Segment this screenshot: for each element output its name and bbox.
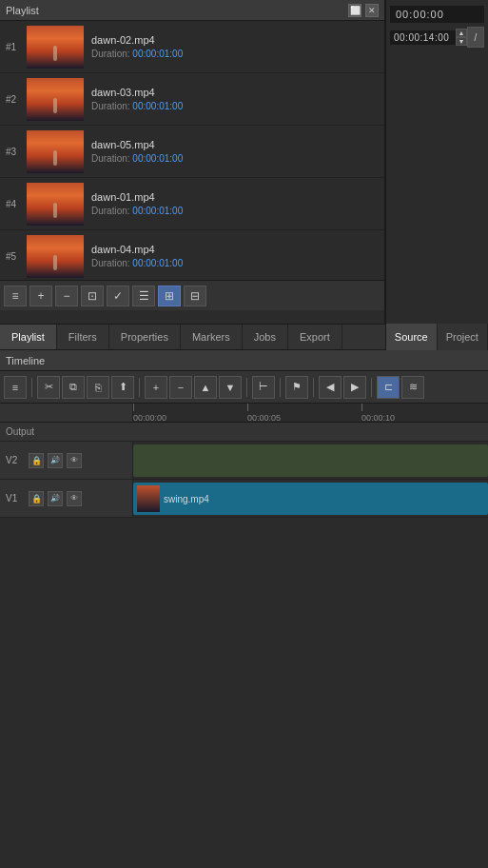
timecode-row-2: 00:00:14:00 ▲ ▼ / <box>390 27 484 48</box>
item-thumbnail <box>27 130 84 173</box>
playlist-item[interactable]: #4 dawn-01.mp4 Duration: 00:00:01:00 <box>0 178 384 230</box>
item-number: #5 <box>6 251 27 262</box>
item-thumbnail <box>27 78 84 121</box>
spin-down[interactable]: ▼ <box>456 37 467 46</box>
tl-lift-btn[interactable]: ⬆ <box>111 376 134 399</box>
ruler-mark: 00:00:00 <box>133 404 166 422</box>
item-number: #3 <box>6 147 27 157</box>
tl-ripple-btn[interactable]: ≋ <box>401 376 424 399</box>
duration-value: 00:00:01:00 <box>132 258 183 268</box>
details-btn[interactable]: ☰ <box>132 286 155 306</box>
playlist-panel: Playlist ⬜ ✕ #1 dawn-02.mp4 Duration: 00… <box>0 0 385 324</box>
timecode-display-1: 00:00:00 <box>390 6 484 23</box>
item-number: #2 <box>6 94 27 105</box>
track-v2-content <box>133 442 488 479</box>
track-v1-label: V1 <box>6 493 25 503</box>
separator-2 <box>139 378 140 397</box>
playlist-header: Playlist ⬜ ✕ <box>0 0 384 21</box>
track-v1-mute[interactable]: 🔊 <box>48 491 63 506</box>
item-duration: Duration: 00:00:01:00 <box>91 258 379 268</box>
timecode-separator-btn[interactable]: / <box>467 27 484 48</box>
duration-value: 00:00:01:00 <box>132 206 183 216</box>
item-duration: Duration: 00:00:01:00 <box>91 206 379 216</box>
tl-cut-btn[interactable]: ✂ <box>37 376 60 399</box>
tab-export[interactable]: Export <box>288 325 342 349</box>
tl-menu-btn[interactable]: ≡ <box>4 376 27 399</box>
item-thumbnail <box>27 235 84 278</box>
tab-filters[interactable]: Filters <box>57 325 109 349</box>
tab-playlist[interactable]: Playlist <box>0 325 57 349</box>
track-v2-lock[interactable]: 🔒 <box>29 453 44 468</box>
spin-up[interactable]: ▲ <box>456 29 467 37</box>
track-v2-eye[interactable]: 👁 <box>67 453 82 468</box>
tab-markers[interactable]: Markers <box>181 325 243 349</box>
track-v2-mute[interactable]: 🔊 <box>48 453 63 468</box>
tl-remove-btn[interactable]: − <box>169 376 192 399</box>
timeline-header: Timeline <box>0 350 488 371</box>
ruler-mark: 00:00:05 <box>247 404 281 422</box>
ruler-tick <box>247 404 248 411</box>
item-info: dawn-01.mp4 Duration: 00:00:01:00 <box>84 191 379 216</box>
playlist-list: #1 dawn-02.mp4 Duration: 00:00:01:00 #2 … <box>0 21 384 280</box>
tab-source[interactable]: Source <box>386 324 438 350</box>
tab-jobs[interactable]: Jobs <box>243 325 288 349</box>
ruler-label: 00:00:05 <box>247 413 281 422</box>
tl-up-btn[interactable]: ▲ <box>194 376 217 399</box>
ruler-label: 00:00:00 <box>133 413 166 422</box>
item-thumbnail <box>27 183 84 226</box>
playlist-item[interactable]: #2 dawn-03.mp4 Duration: 00:00:01:00 <box>0 73 384 126</box>
track-v1-content[interactable]: swing.mp4 <box>133 480 488 517</box>
output-text: Output <box>6 426 34 437</box>
ruler-tick <box>133 404 134 411</box>
tab-properties[interactable]: Properties <box>109 325 181 349</box>
list-view-btn[interactable]: ⊞ <box>158 286 181 306</box>
time-ruler-bar: 00:00:0000:00:0500:00:10 <box>133 404 488 422</box>
tab-project[interactable]: Project <box>438 324 489 350</box>
open-btn[interactable]: ⊡ <box>81 286 104 306</box>
separator-5 <box>313 378 314 397</box>
track-v1-eye[interactable]: 👁 <box>67 491 82 506</box>
remove-btn[interactable]: − <box>55 286 78 306</box>
clip-name: swing.mp4 <box>164 494 209 504</box>
header-controls: ⬜ ✕ <box>348 4 379 17</box>
tl-flag-btn[interactable]: ⚑ <box>285 376 308 399</box>
clip-v2-empty <box>133 444 488 477</box>
playlist-item[interactable]: #3 dawn-05.mp4 Duration: 00:00:01:00 <box>0 126 384 178</box>
grid-view-btn[interactable]: ⊟ <box>184 286 206 306</box>
item-duration: Duration: 00:00:01:00 <box>91 101 379 111</box>
tl-magnet-btn[interactable]: ⊏ <box>377 376 400 399</box>
ruler-mark: 00:00:10 <box>361 404 395 422</box>
playlist-title: Playlist <box>6 5 39 16</box>
duration-value: 00:00:01:00 <box>132 101 183 111</box>
playlist-item[interactable]: #1 dawn-02.mp4 Duration: 00:00:01:00 <box>0 21 384 73</box>
timecode-spinner: ▲ ▼ <box>456 29 467 46</box>
maximize-btn[interactable]: ⬜ <box>348 4 361 17</box>
clip-v1[interactable]: swing.mp4 <box>133 483 488 515</box>
timeline-toolbar: ≡ ✂ ⧉ ⎘ ⬆ + − ▲ ▼ ⊢ ⚑ ◀ ▶ ⊏ ≋ <box>0 371 488 404</box>
tl-down-btn[interactable]: ▼ <box>219 376 242 399</box>
separator-3 <box>246 378 247 397</box>
item-name: dawn-02.mp4 <box>91 34 379 46</box>
tl-splice-btn[interactable]: ⊢ <box>252 376 275 399</box>
track-v2-row: V2 🔒 🔊 👁 <box>0 442 488 480</box>
close-btn[interactable]: ✕ <box>365 4 379 17</box>
tl-next-btn[interactable]: ▶ <box>343 376 366 399</box>
check-btn[interactable]: ✓ <box>107 286 129 306</box>
tl-insert-btn[interactable]: + <box>145 376 167 399</box>
tl-paste-btn[interactable]: ⎘ <box>87 376 109 399</box>
playlist-item[interactable]: #5 dawn-04.mp4 Duration: 00:00:01:00 <box>0 230 384 280</box>
add-btn[interactable]: + <box>29 286 52 306</box>
track-v1-lock[interactable]: 🔒 <box>29 491 44 506</box>
timecode-display-2[interactable]: 00:00:14:00 <box>390 30 456 45</box>
tl-prev-btn[interactable]: ◀ <box>319 376 342 399</box>
duration-value: 00:00:01:00 <box>132 49 183 59</box>
item-name: dawn-04.mp4 <box>91 244 379 255</box>
item-name: dawn-03.mp4 <box>91 87 379 98</box>
track-v1-row: V1 🔒 🔊 👁 swing.mp4 <box>0 480 488 518</box>
menu-btn[interactable]: ≡ <box>4 286 27 306</box>
item-name: dawn-05.mp4 <box>91 139 379 150</box>
item-duration: Duration: 00:00:01:00 <box>91 49 379 59</box>
ruler-label: 00:00:10 <box>361 413 395 422</box>
tl-copy-btn[interactable]: ⧉ <box>62 376 85 399</box>
time-track-spacer <box>0 404 133 422</box>
